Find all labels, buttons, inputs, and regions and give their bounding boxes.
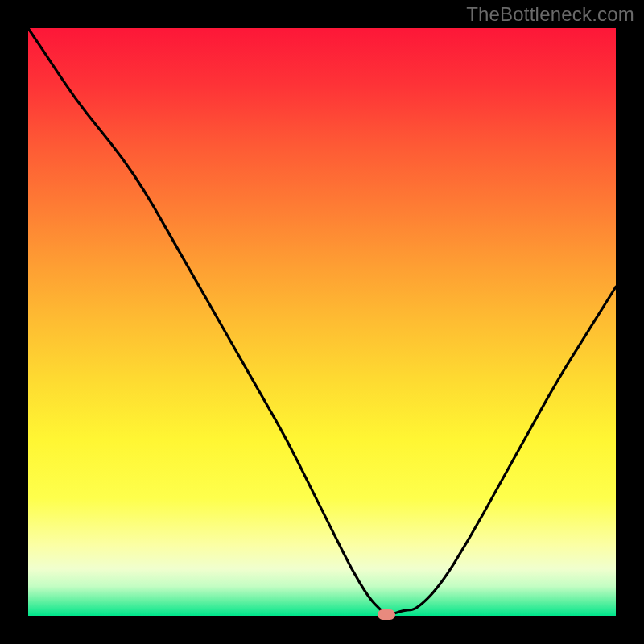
plot-background [28, 28, 616, 616]
optimal-point-marker [378, 609, 395, 620]
watermark-text: TheBottleneck.com [466, 3, 634, 26]
chart-frame: TheBottleneck.com [0, 0, 644, 644]
bottleneck-plot [28, 28, 616, 616]
